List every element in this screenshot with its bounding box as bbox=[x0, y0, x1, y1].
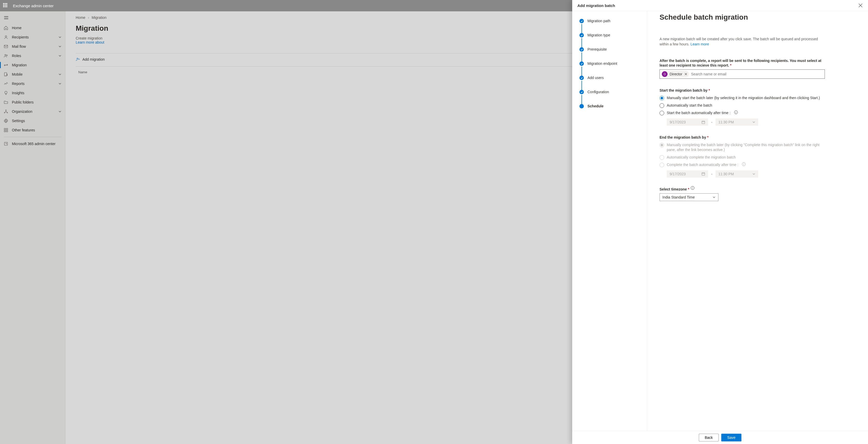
app-launcher-icon[interactable] bbox=[3, 3, 8, 8]
calendar-icon bbox=[702, 120, 705, 124]
separator: - bbox=[711, 172, 712, 176]
chevron-down-icon bbox=[752, 172, 755, 175]
current-dot-icon bbox=[580, 104, 584, 108]
form-title: Schedule batch migration bbox=[659, 13, 856, 22]
wizard-step-current[interactable]: Schedule bbox=[580, 104, 640, 118]
panel-footer: Back Save bbox=[572, 431, 868, 444]
step-label: Prerequisite bbox=[587, 47, 607, 52]
radio-option[interactable]: Manually start the batch later (by selec… bbox=[659, 96, 825, 100]
radio-label: Automatically start the batch bbox=[667, 103, 712, 108]
radio-option[interactable]: Start the batch automatically after time… bbox=[659, 110, 825, 115]
form-area: Schedule batch migration A new migration… bbox=[647, 11, 868, 431]
wizard-steps: Migration path Migration type Prerequisi… bbox=[572, 11, 647, 431]
app-title: Exchange admin center bbox=[13, 4, 54, 8]
learn-more-link[interactable]: Learn more bbox=[690, 42, 709, 46]
start-date-field[interactable]: 9/17/2023 bbox=[667, 118, 708, 126]
radio-option: Automatically complete the migration bat… bbox=[659, 155, 825, 160]
calendar-icon bbox=[702, 172, 705, 176]
radio-icon bbox=[659, 103, 664, 108]
step-label: Migration path bbox=[587, 19, 611, 23]
radio-option: Manually completing the batch later (by … bbox=[659, 142, 825, 152]
panel-title: Add migration batch bbox=[578, 3, 615, 8]
check-icon bbox=[580, 90, 584, 94]
wizard-step[interactable]: Migration endpoint bbox=[580, 62, 640, 76]
step-label: Migration type bbox=[587, 33, 610, 37]
persona-name: Director bbox=[670, 72, 682, 76]
info-icon[interactable]: i bbox=[691, 186, 694, 190]
avatar: D bbox=[662, 71, 668, 77]
svg-rect-15 bbox=[702, 121, 705, 124]
svg-rect-16 bbox=[702, 173, 705, 175]
migration-panel: Add migration batch Migration path Migra… bbox=[572, 0, 868, 444]
radio-label: Complete the batch automatically after t… bbox=[667, 162, 738, 167]
end-label: End the migration batch by * bbox=[659, 135, 825, 140]
check-icon bbox=[580, 76, 584, 80]
step-label: Migration endpoint bbox=[587, 62, 617, 66]
radio-option: Complete the batch automatically after t… bbox=[659, 162, 825, 167]
info-icon: i bbox=[742, 162, 746, 166]
recipient-picker[interactable]: D Director bbox=[659, 69, 825, 79]
separator: - bbox=[711, 120, 712, 124]
wizard-step[interactable]: Migration type bbox=[580, 33, 640, 47]
end-datetime: 9/17/2023 - 11:30 PM bbox=[667, 170, 856, 178]
timezone-select[interactable]: India Standard Time bbox=[659, 193, 718, 201]
wizard-step[interactable]: Add users bbox=[580, 76, 640, 90]
chevron-down-icon bbox=[752, 121, 755, 124]
radio-icon bbox=[659, 96, 664, 100]
start-label: Start the migration batch by * bbox=[659, 88, 825, 93]
radio-label: Manually start the batch later (by selec… bbox=[667, 96, 820, 100]
back-button[interactable]: Back bbox=[699, 434, 719, 441]
radio-label: Manually completing the batch later (by … bbox=[667, 142, 825, 152]
step-label: Add users bbox=[587, 76, 604, 80]
start-datetime: 9/17/2023 - 11:30 PM bbox=[667, 118, 856, 126]
wizard-step[interactable]: Migration path bbox=[580, 19, 640, 33]
end-date-field: 9/17/2023 bbox=[667, 170, 708, 178]
chevron-down-icon bbox=[712, 196, 716, 199]
remove-icon[interactable] bbox=[684, 72, 687, 76]
wizard-step[interactable]: Prerequisite bbox=[580, 47, 640, 62]
form-intro: A new migration batch will be created af… bbox=[659, 36, 825, 47]
timezone-label: Select timezone * i bbox=[659, 187, 856, 192]
save-button[interactable]: Save bbox=[721, 434, 741, 441]
persona-chip: D Director bbox=[661, 71, 689, 77]
check-icon bbox=[580, 33, 584, 37]
close-icon[interactable] bbox=[858, 3, 863, 8]
info-icon[interactable]: i bbox=[734, 110, 738, 114]
check-icon bbox=[580, 62, 584, 66]
radio-icon bbox=[659, 163, 664, 167]
recipient-label: After the batch is complete, a report wi… bbox=[659, 58, 825, 68]
radio-icon bbox=[659, 155, 664, 160]
wizard-step[interactable]: Configuration bbox=[580, 90, 640, 104]
end-radio-group: Manually completing the batch later (by … bbox=[659, 142, 856, 178]
check-icon bbox=[580, 19, 584, 23]
radio-label: Start the batch automatically after time… bbox=[667, 110, 731, 115]
step-label: Schedule bbox=[587, 104, 603, 108]
radio-icon bbox=[659, 143, 664, 147]
step-label: Configuration bbox=[587, 90, 609, 94]
radio-label: Automatically complete the migration bat… bbox=[667, 155, 736, 160]
radio-icon bbox=[659, 111, 664, 115]
recipient-input[interactable] bbox=[691, 72, 823, 76]
check-icon bbox=[580, 47, 584, 52]
end-time-field: 11:30 PM bbox=[716, 170, 758, 178]
radio-option[interactable]: Automatically start the batch bbox=[659, 103, 825, 108]
start-radio-group: Manually start the batch later (by selec… bbox=[659, 96, 856, 126]
start-time-field[interactable]: 11:30 PM bbox=[716, 118, 758, 126]
